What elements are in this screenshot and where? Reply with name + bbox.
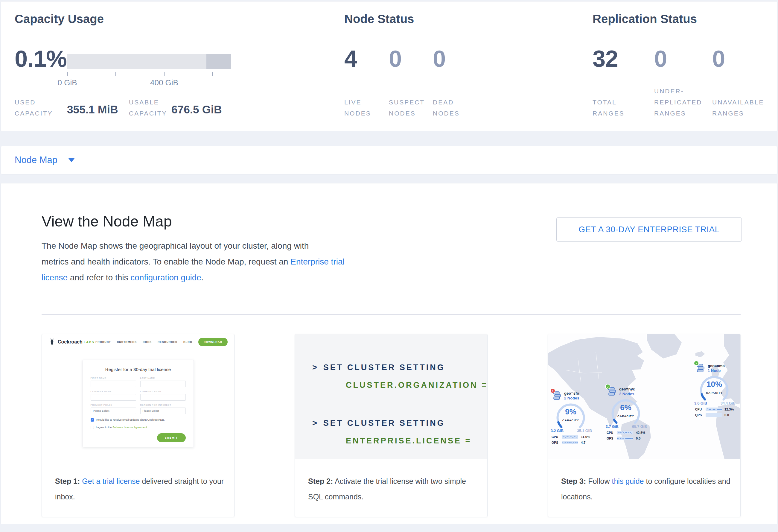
capacity-percent: 10% [695, 380, 733, 389]
capacity-label: CAPACITY [695, 391, 733, 394]
step3-card: 1 geo=sfo [548, 334, 741, 517]
get-trial-license-link[interactable]: Get a trial license [82, 477, 140, 485]
qps-row: QPS 4.7 [552, 441, 597, 444]
unavailable-ranges-value: 0 [712, 45, 725, 72]
capacity-usage-bar [67, 54, 231, 69]
nav-item-customers: CUSTOMERS [117, 340, 137, 344]
locality-node-count: 1 Node [708, 368, 725, 373]
cockroach-icon [49, 338, 56, 346]
cpu-row: CPU 11.0% [552, 435, 597, 439]
capacity-gauge: 6% CAPACITY [607, 397, 645, 426]
step1-card: Cockroach LABS PRODUCT CUSTOMERS DOCS RE… [42, 334, 235, 517]
checkbox-checked-icon: ✓ [91, 418, 94, 422]
description-text: The Node Map shows the geographical layo… [42, 241, 309, 250]
cpu-row: CPU 42.5% [607, 431, 651, 435]
qps-sparkline [706, 413, 722, 417]
under-replicated-ranges-value: 0 [654, 45, 667, 72]
minisite-header: Cockroach LABS PRODUCT CUSTOMERS DOCS RE… [42, 334, 234, 350]
node-map-description: The Node Map shows the geographical layo… [42, 238, 353, 286]
step1-caption: Step 1: Get a trial license delivered st… [42, 459, 234, 505]
capacity-percent: 6% [607, 403, 645, 412]
healthy-badge: ✓ [605, 384, 611, 389]
reason-for-interest-select: REASON FOR INTERESTPlease Select [140, 404, 186, 414]
capacity-axis-label-0: 0 GiB [44, 78, 91, 87]
step2-caption: Step 2: Activate the trial license with … [295, 459, 487, 505]
first-name-field: FIRST NAME [91, 377, 136, 387]
replication-status-title: Replication Status [593, 12, 697, 26]
form-title: Register for a 30-day trial license [91, 367, 186, 372]
capacity-axis-tick [115, 72, 116, 76]
brand-suffix: LABS [84, 340, 94, 344]
cpu-row: CPU 12.3% [695, 407, 740, 411]
email-updates-checkbox: ✓ I would like to receive email updates … [91, 418, 186, 422]
software-license-agreement-link: Software License Agreement. [112, 426, 148, 429]
minisite-nav: PRODUCT CUSTOMERS DOCS RESOURCES BLOG [95, 340, 192, 344]
sql-arg-2: ENTERPRISE.LICENSE = [346, 436, 487, 446]
sql-command-2: >SET CLUSTER SETTING [312, 419, 487, 428]
download-button: DOWNLOAD [198, 338, 228, 346]
nav-item-docs: DOCS [143, 340, 152, 344]
capacity-gauge: 9% CAPACITY [552, 401, 590, 430]
section-divider [42, 314, 741, 315]
description-text: . [201, 273, 204, 282]
qps-sparkline [617, 437, 633, 440]
checkbox-empty-icon [91, 426, 94, 429]
unavailable-ranges-label: UNAVAILABLERANGES [712, 97, 764, 119]
locality-nyc: ✓ geo=nyc [607, 386, 651, 440]
this-guide-link[interactable]: this guide [612, 477, 644, 485]
trial-registration-form: Register for a 30-day trial license FIRS… [83, 360, 194, 447]
company-email-field: COMPANY EMAIL [140, 390, 186, 401]
nav-item-blog: BLOG [183, 340, 192, 344]
cpu-sparkline [617, 431, 633, 435]
step3-caption: Step 3: Follow this guide to configure l… [548, 459, 740, 505]
node-map-preview: 1 geo=sfo [548, 334, 740, 459]
under-replicated-ranges-label: UNDER-REPLICATEDRANGES [654, 86, 702, 119]
qps-row: QPS 0.0 [695, 413, 740, 417]
locality-name: geo=ams [708, 364, 725, 368]
live-nodes-label: LIVENODES [344, 97, 371, 119]
capacity-axis-tick [67, 72, 68, 76]
capacity-gauge: 10% CAPACITY [695, 374, 733, 402]
alert-badge: 1 [550, 388, 555, 393]
capacity-axis-tick [164, 72, 164, 76]
nav-item-resources: RESOURCES [158, 340, 177, 344]
license-agreement-checkbox: I agree to the Software License Agreemen… [91, 426, 186, 429]
description-text: and refer to this [68, 273, 131, 282]
page-title: View the Node Map [42, 213, 172, 230]
capacity-usage-bar-reserved-segment [207, 54, 231, 69]
cpu-sparkline [562, 435, 578, 439]
locality-name: geo=nyc [619, 387, 635, 392]
total-ranges-label: TOTALRANGES [593, 97, 625, 119]
chevron-down-icon [68, 158, 75, 162]
get-enterprise-trial-button[interactable]: GET A 30-DAY ENTERPRISE TRIAL [556, 217, 742, 242]
capacity-usage-title: Capacity Usage [15, 12, 104, 26]
suspect-nodes-value: 0 [389, 45, 401, 72]
sql-command-1: >SET CLUSTER SETTING [312, 363, 487, 372]
node-map-placeholder-panel: View the Node Map The Node Map shows the… [1, 183, 777, 524]
node-map-dropdown-label: Node Map [15, 155, 58, 165]
submit-button: SUBMIT [157, 433, 186, 442]
qps-sparkline [562, 441, 578, 444]
dead-nodes-value: 0 [433, 45, 445, 72]
total-ranges-value: 32 [593, 45, 618, 72]
used-capacity-label: USEDCAPACITY [15, 97, 53, 119]
configuration-guide-link[interactable]: configuration guide [131, 273, 201, 282]
usable-capacity-value: 676.5 GiB [171, 103, 222, 116]
used-capacity-value: 355.1 MiB [67, 103, 118, 116]
locality-ams: ✓ geo=ams [695, 363, 740, 417]
cluster-overview-page: Capacity Usage Node Status Replication S… [0, 0, 778, 532]
sql-commands-illustration: >SET CLUSTER SETTING CLUSTER.ORGANIZATIO… [295, 334, 487, 459]
nav-item-product: PRODUCT [95, 340, 111, 344]
sql-arg-1: CLUSTER.ORGANIZATION = [346, 381, 487, 390]
qps-row: QPS 0.0 [607, 437, 651, 440]
locality-node-count: 2 Nodes [619, 392, 635, 396]
description-text: metrics and health indicators. To enable… [42, 257, 291, 266]
database-stack-icon: 1 [553, 391, 562, 401]
locality-name: geo=sfo [564, 391, 579, 396]
node-map-dropdown[interactable]: Node Map [1, 146, 777, 174]
registration-screenshot: Cockroach LABS PRODUCT CUSTOMERS DOCS RE… [42, 334, 234, 459]
capacity-percent: 9% [552, 407, 590, 416]
project-phase-select: PROJECT PHASEPlease Select [91, 404, 136, 414]
capacity-axis-label-400: 400 GiB [140, 78, 188, 87]
locality-node-count: 2 Nodes [564, 396, 579, 401]
